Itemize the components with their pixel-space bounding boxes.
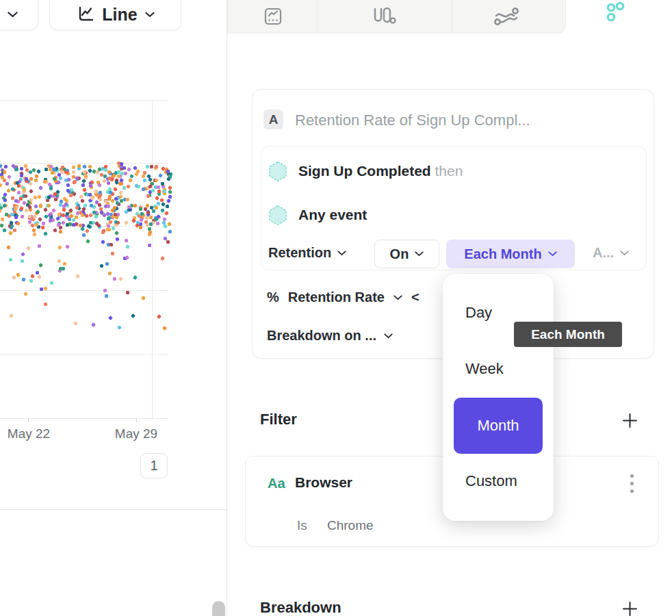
- scatter-point: [38, 185, 43, 190]
- scatter-point: [23, 292, 28, 296]
- less-than-label: <: [411, 290, 419, 305]
- scatter-point: [81, 183, 85, 188]
- menu-item-month-selected[interactable]: Month: [454, 398, 543, 454]
- filter-heading: Filter: [260, 411, 297, 428]
- on-dropdown[interactable]: On: [374, 240, 439, 268]
- distribution-bars-icon: [372, 6, 396, 27]
- scatter-point: [9, 313, 13, 318]
- scatter-point: [162, 326, 167, 331]
- add-breakdown-button[interactable]: [620, 599, 639, 616]
- interval-dropdown[interactable]: Each Month: [446, 240, 575, 268]
- scatter-point: [2, 170, 6, 174]
- scatter-point: [24, 194, 28, 198]
- scatter-point: [124, 220, 129, 225]
- scatter-point: [141, 188, 145, 192]
- tab-line-chart[interactable]: [250, 0, 296, 33]
- chevron-down-icon: [145, 12, 155, 18]
- step-2-event[interactable]: Any event: [298, 207, 367, 223]
- filter-options-kebab-icon[interactable]: [630, 474, 634, 497]
- scatter-point: [127, 167, 131, 172]
- scatter-point: [125, 255, 129, 260]
- retention-dropdown[interactable]: Retention: [268, 245, 346, 261]
- filter-operator[interactable]: Is: [297, 518, 307, 533]
- scatter-point: [155, 165, 159, 169]
- scatter-point: [79, 195, 83, 198]
- breakdown-on-dropdown[interactable]: Breakdown on ...: [267, 328, 393, 344]
- scatter-point: [57, 245, 62, 250]
- step-1-event[interactable]: Sign Up Completed then: [298, 163, 463, 179]
- scrollbar-thumb[interactable]: [212, 601, 225, 616]
- then-label: then: [435, 163, 463, 179]
- scatter-point: [108, 190, 112, 194]
- scatter-point: [39, 287, 43, 292]
- scatter-point: [144, 216, 149, 220]
- menu-item-custom[interactable]: Custom: [465, 472, 517, 490]
- scatter-point: [139, 226, 142, 229]
- scatter-point: [36, 271, 39, 274]
- tab-distribution[interactable]: [361, 0, 406, 33]
- panel-divider: [227, 0, 227, 616]
- chart-type-button[interactable]: Line: [49, 0, 181, 30]
- scatter-point: [88, 168, 92, 173]
- collapsed-dropdown-button[interactable]: [0, 0, 38, 30]
- scatter-point: [16, 222, 21, 227]
- scatter-point: [75, 216, 79, 220]
- scatter-chart: May 22 May 29: [0, 100, 168, 418]
- query-title[interactable]: Retention Rate of Sign Up Compl...: [295, 112, 530, 129]
- scatter-point: [101, 231, 105, 234]
- scatter-point: [15, 167, 19, 171]
- scatter-point: [157, 190, 161, 194]
- scatter-point: [50, 281, 54, 285]
- filter-value[interactable]: Chrome: [327, 518, 374, 533]
- chevron-down-icon: [337, 251, 346, 256]
- scatter-point: [44, 168, 48, 171]
- event-hexagon-icon: [268, 205, 287, 226]
- menu-item-week[interactable]: Week: [465, 360, 504, 378]
- tab-scatter-cluster[interactable]: [601, 0, 634, 33]
- scatter-point: [16, 272, 21, 277]
- scatter-point: [28, 181, 33, 186]
- scatter-point: [71, 165, 75, 169]
- scatter-point: [155, 222, 159, 225]
- pagination-page-1[interactable]: 1: [140, 453, 168, 478]
- scatter-point: [30, 274, 35, 279]
- scatter-point: [134, 172, 139, 177]
- scatter-point: [12, 276, 16, 279]
- scatter-point: [66, 183, 70, 187]
- scatter-point: [82, 164, 87, 169]
- scatter-point: [24, 164, 27, 168]
- scatter-point: [161, 181, 164, 185]
- x-axis-tick: [136, 418, 137, 422]
- scatter-point: [134, 183, 139, 188]
- scatter-point: [106, 217, 109, 220]
- flow-stream-icon: [493, 7, 520, 26]
- scatter-point: [99, 264, 103, 268]
- aggregate-dropdown[interactable]: A...: [593, 245, 629, 261]
- scatter-point: [59, 230, 63, 234]
- scatter-point: [9, 257, 13, 261]
- scatter-point: [41, 225, 45, 229]
- filter-property-name[interactable]: Browser: [295, 474, 352, 491]
- scatter-point: [7, 175, 12, 179]
- measure-dropdown[interactable]: % Retention Rate <: [267, 290, 419, 305]
- scatter-point: [157, 314, 161, 319]
- scatter-point: [2, 228, 6, 232]
- scatter-point: [99, 172, 103, 177]
- scatter-point: [114, 187, 118, 192]
- scatter-point: [160, 208, 165, 213]
- scatter-point: [21, 277, 26, 282]
- menu-item-day[interactable]: Day: [465, 304, 492, 322]
- scatter-point: [31, 228, 36, 233]
- add-filter-button[interactable]: [620, 411, 639, 430]
- scatter-point: [10, 213, 14, 216]
- tab-flow[interactable]: [484, 0, 529, 33]
- scatter-point: [5, 188, 10, 193]
- scatter-point: [0, 209, 2, 214]
- scatter-point: [23, 188, 26, 192]
- scatter-point: [141, 296, 145, 300]
- scatter-point: [118, 277, 123, 281]
- scatter-point: [83, 203, 88, 207]
- scatter-point: [47, 196, 51, 199]
- scatter-point: [37, 244, 40, 248]
- scatter-point: [17, 191, 21, 194]
